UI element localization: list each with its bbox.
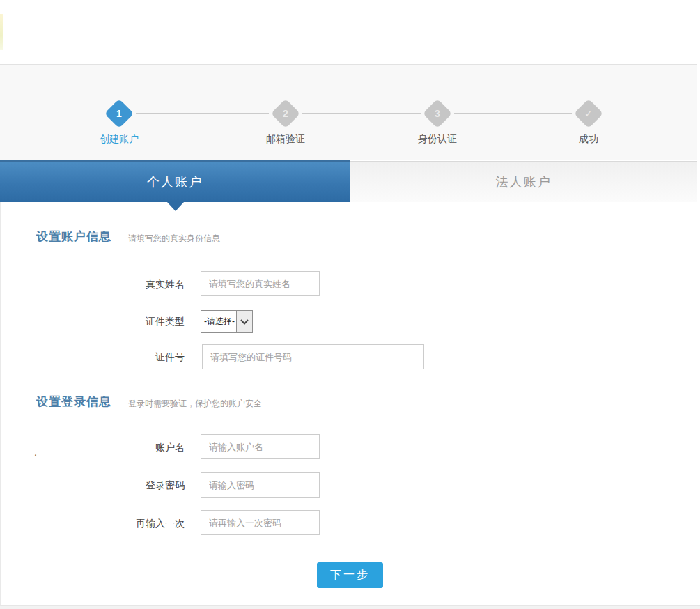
- id-number-label: 证件号: [70, 351, 185, 364]
- site-header: [0, 0, 700, 63]
- password-label: 登录密码: [70, 479, 185, 492]
- next-step-button[interactable]: 下一步: [317, 562, 383, 588]
- id-type-select[interactable]: -请选择-: [201, 310, 253, 333]
- step-connector-1: [136, 113, 269, 114]
- step-2-label: 邮箱验证: [266, 133, 305, 146]
- step-connector-3: [454, 113, 572, 114]
- check-icon: ✓: [584, 108, 593, 119]
- password-input[interactable]: [201, 472, 320, 498]
- username-input[interactable]: [201, 434, 320, 459]
- footer-strip: [0, 605, 700, 609]
- step-1-label: 创建账户: [100, 133, 139, 146]
- step-connector-2: [302, 113, 421, 114]
- password-confirm-input[interactable]: [201, 510, 320, 535]
- stray-dot: .: [34, 447, 37, 458]
- id-number-input[interactable]: [202, 344, 424, 369]
- id-type-label: 证件类型: [70, 316, 185, 328]
- registration-page: 1 2 3 ✓ 创建账户 邮箱验证 身份认证 成功 个人账户 法人账户 设置账户…: [0, 0, 700, 609]
- section-account-subtitle: 请填写您的真实身份信息: [128, 233, 220, 245]
- step-1-number: 1: [116, 108, 122, 119]
- logo-sliver: [0, 14, 3, 50]
- step-2-number: 2: [283, 108, 288, 119]
- real-name-input[interactable]: [201, 271, 320, 296]
- section-login-title: 设置登录信息: [36, 394, 111, 410]
- tab-corporate-account[interactable]: 法人账户: [350, 161, 697, 202]
- id-type-selected-value: -请选择-: [201, 311, 236, 332]
- chevron-down-icon: [236, 311, 252, 332]
- active-tab-pointer: [167, 202, 184, 211]
- step-3-number: 3: [435, 108, 440, 119]
- real-name-label: 真实姓名: [70, 279, 185, 291]
- password-confirm-label: 再输入一次: [70, 518, 185, 530]
- section-login-subtitle: 登录时需要验证，保护您的账户安全: [128, 398, 262, 410]
- section-account-title: 设置账户信息: [36, 229, 111, 245]
- step-3-label: 身份认证: [418, 133, 457, 146]
- tab-personal-account[interactable]: 个人账户: [0, 160, 350, 202]
- username-label: 账户名: [70, 442, 185, 454]
- step-4-label: 成功: [579, 133, 598, 146]
